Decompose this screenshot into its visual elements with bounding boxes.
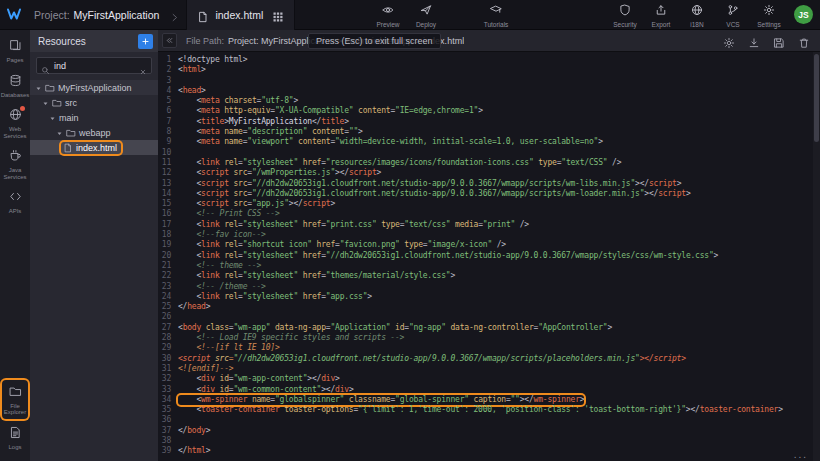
- sidebar-item-apis[interactable]: APIs: [2, 185, 28, 218]
- code-line-content: <link rel="stylesheet" href="themes/mate…: [178, 271, 455, 281]
- line-number: 12: [158, 168, 178, 178]
- code-area[interactable]: 1<!doctype html>2<html>3 4<head>5 <meta …: [158, 52, 812, 461]
- code-line-content: <!-- /theme -->: [178, 282, 266, 292]
- code-line-16[interactable]: 16 <!-- Print CSS -->: [158, 209, 812, 219]
- user-avatar[interactable]: JS: [794, 5, 813, 24]
- code-line-11[interactable]: 11 <link rel="stylesheet" href="resource…: [158, 158, 812, 168]
- code-line-28[interactable]: 28 <!-- Load IE9 specific styles and scr…: [158, 333, 812, 343]
- code-line-1[interactable]: 1<!doctype html>: [158, 55, 812, 65]
- sidebar-item-pages[interactable]: Pages: [2, 34, 28, 67]
- resources-search[interactable]: ind: [36, 57, 152, 74]
- topbar-action-settings[interactable]: Settings: [753, 0, 785, 30]
- code-line-2[interactable]: 2<html>: [158, 65, 812, 75]
- code-line-24[interactable]: 24 <link rel="stylesheet" href="app.css"…: [158, 292, 812, 302]
- topbar-action-i18n[interactable]: i18N: [681, 0, 713, 30]
- delete-button[interactable]: [798, 35, 810, 47]
- tree-item-label: MyFirstApplication: [58, 83, 132, 93]
- clear-search-icon[interactable]: [139, 62, 147, 70]
- code-line-18[interactable]: 18 <!--fav icon-->: [158, 230, 812, 240]
- grid-icon[interactable]: [272, 9, 284, 21]
- code-line-26[interactable]: 26: [158, 312, 812, 322]
- topbar-action-vcs[interactable]: VCS: [717, 0, 749, 30]
- tree-item-main[interactable]: main: [30, 110, 158, 125]
- code-line-27[interactable]: 27<body class="wm-app" data-ng-app="Appl…: [158, 323, 812, 333]
- topbar-action-tutorials[interactable]: Tutorials: [480, 0, 512, 30]
- collapse-panel-button[interactable]: [162, 33, 177, 48]
- sidebar-item-java-services[interactable]: Java Services: [2, 144, 28, 183]
- code-line-17[interactable]: 17 <link rel="stylesheet" href="print.cs…: [158, 220, 812, 230]
- line-number: 9: [158, 137, 178, 147]
- code-line-35[interactable]: 35 <toaster-container toaster-options="{…: [158, 405, 812, 415]
- code-line-content: <link rel="stylesheet" href="//dh2dw2065…: [178, 251, 718, 261]
- code-line-29[interactable]: 29 <!--[if lt IE 10]>: [158, 343, 812, 353]
- code-line-content: [178, 312, 183, 322]
- tree-item-webapp[interactable]: webapp: [30, 125, 158, 140]
- code-line-5[interactable]: 5 <meta charset="utf-8">: [158, 96, 812, 106]
- download-button[interactable]: [748, 35, 760, 47]
- topbar-action-preview[interactable]: Preview: [372, 0, 404, 30]
- sidebar-item-web-services[interactable]: Web Services: [2, 103, 28, 142]
- code-line-32[interactable]: 32 <div id="wm-app-content"></div>: [158, 374, 812, 384]
- code-line-38[interactable]: 38: [158, 436, 812, 446]
- code-line-30[interactable]: 30<script src="//dh2dw20653ig1.cloudfron…: [158, 354, 812, 364]
- code-line-10[interactable]: 10: [158, 148, 812, 158]
- add-resource-button[interactable]: [138, 34, 153, 49]
- code-line-22[interactable]: 22 <link rel="stylesheet" href="themes/m…: [158, 271, 812, 281]
- scrollbar-thumb[interactable]: [814, 54, 819, 142]
- resources-header: Resources: [30, 30, 158, 52]
- caret-icon: [56, 129, 63, 136]
- topbar-action-export[interactable]: Export: [645, 0, 677, 30]
- code-line-content: <html>: [178, 65, 206, 75]
- code-line-19[interactable]: 19 <link rel="shortcut icon" href="favic…: [158, 240, 812, 250]
- tree-item-label: webapp: [79, 128, 111, 138]
- line-number: 31: [158, 364, 178, 374]
- search-input[interactable]: ind: [54, 61, 135, 71]
- code-line-15[interactable]: 15 <script src="app.js"></script>: [158, 199, 812, 209]
- code-line-8[interactable]: 8 <meta name="description" content="">: [158, 127, 812, 137]
- line-number: 2: [158, 65, 178, 75]
- code-line-content: </body>: [178, 426, 210, 436]
- code-line-39[interactable]: 39</html>: [158, 446, 812, 456]
- overflow-dots[interactable]: ...: [794, 449, 808, 460]
- code-line-20[interactable]: 20 <link rel="stylesheet" href="//dh2dw2…: [158, 251, 812, 261]
- code-line-7[interactable]: 7 <title>MyFirstApplication</title>: [158, 117, 812, 127]
- code-line-6[interactable]: 6 <meta http-equiv="X-UA-Compatible" con…: [158, 106, 812, 116]
- tree-item-index-html[interactable]: index.html: [30, 140, 158, 155]
- sidebar-item-logs[interactable]: Logs: [2, 421, 28, 454]
- code-line-21[interactable]: 21 <!-- theme -->: [158, 261, 812, 271]
- tree-item-myfirstapplication[interactable]: MyFirstApplication: [30, 80, 158, 95]
- code-line-36[interactable]: 36: [158, 415, 812, 425]
- code-line-25[interactable]: 25</head>: [158, 302, 812, 312]
- topbar-action-security[interactable]: Security: [609, 0, 641, 30]
- editor-scrollbar[interactable]: [813, 52, 820, 461]
- topbar-action-deploy[interactable]: Deploy: [410, 0, 442, 30]
- code-line-33[interactable]: 33 <div id="wm-common-content"></div>: [158, 385, 812, 395]
- line-number: 37: [158, 426, 178, 436]
- code-line-9[interactable]: 9 <meta name="viewport" content="width=d…: [158, 137, 812, 147]
- sidebar-item-databases[interactable]: Databases: [2, 69, 28, 102]
- tab-index-html[interactable]: index.html: [186, 0, 295, 30]
- logs-icon: [9, 425, 22, 443]
- code-line-14[interactable]: 14 <script src="//dh2dw20653ig1.cloudfro…: [158, 189, 812, 199]
- code-line-13[interactable]: 13 <script src="//dh2dw20653ig1.cloudfro…: [158, 179, 812, 189]
- code-line-34[interactable]: 34 <wm-spinner name="globalspinner" clas…: [158, 395, 812, 405]
- topbar-action-label: VCS: [726, 21, 739, 28]
- caret-icon: [49, 114, 56, 121]
- code-line-37[interactable]: 37</body>: [158, 426, 812, 436]
- tree-item-src[interactable]: src: [30, 95, 158, 110]
- topbar-action-label: Security: [613, 21, 636, 28]
- settings-button[interactable]: [723, 35, 735, 47]
- code-line-content: <meta charset="utf-8">: [178, 96, 298, 106]
- activity-bar-top: PagesDatabasesWeb ServicesJava ServicesA…: [0, 34, 30, 218]
- sidebar-item-file-explorer[interactable]: File Explorer: [2, 380, 28, 419]
- code-line-12[interactable]: 12 <script src="/wmProperties.js"></scri…: [158, 168, 812, 178]
- line-number: 28: [158, 333, 178, 343]
- save-button[interactable]: [773, 35, 785, 47]
- code-line-3[interactable]: 3: [158, 76, 812, 86]
- shield-icon: [619, 2, 631, 20]
- wavemaker-logo-icon[interactable]: [5, 6, 27, 24]
- code-line-23[interactable]: 23 <!-- /theme -->: [158, 282, 812, 292]
- code-line-31[interactable]: 31<![endif]-->: [158, 364, 812, 374]
- line-number: 21: [158, 261, 178, 271]
- code-line-4[interactable]: 4<head>: [158, 86, 812, 96]
